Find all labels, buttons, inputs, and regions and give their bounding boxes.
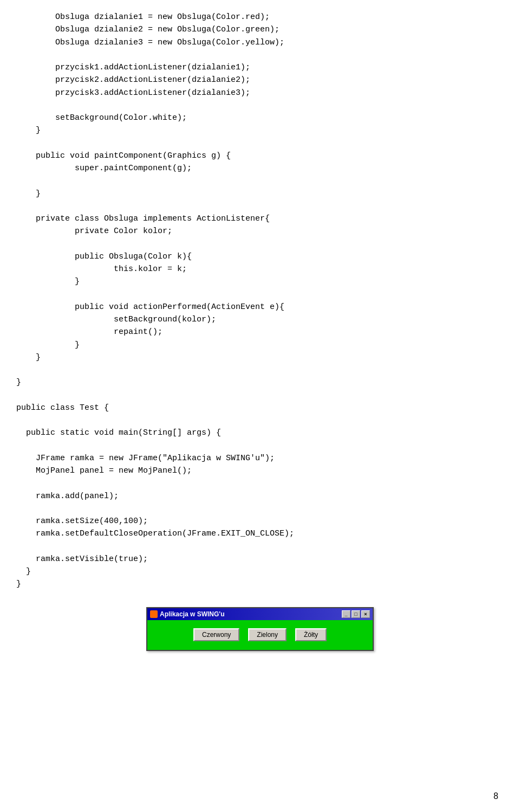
swing-titlebar-controls: _ □ ×: [342, 610, 370, 618]
zolty-button[interactable]: Żółty: [295, 628, 327, 641]
swing-title-text: Aplikacja w SWING'u: [160, 610, 225, 618]
close-button[interactable]: ×: [361, 610, 370, 618]
code-block: Obsluga dzialanie1 = new Obsluga(Color.r…: [0, 5, 520, 596]
swing-titlebar: Aplikacja w SWING'u _ □ ×: [147, 608, 373, 620]
zielony-button[interactable]: Zielony: [248, 628, 287, 641]
swing-app-icon: [150, 610, 158, 618]
page-number: 8: [493, 791, 498, 801]
swing-content: Czerwony Zielony Żółty: [147, 620, 373, 650]
swing-window: Aplikacja w SWING'u _ □ × Czerwony Zielo…: [146, 607, 374, 651]
swing-window-container: Aplikacja w SWING'u _ □ × Czerwony Zielo…: [0, 607, 520, 651]
maximize-button[interactable]: □: [352, 610, 360, 618]
page-container: Obsluga dzialanie1 = new Obsluga(Color.r…: [0, 0, 520, 812]
swing-titlebar-title: Aplikacja w SWING'u: [150, 610, 225, 618]
czerwony-button[interactable]: Czerwony: [193, 628, 239, 641]
minimize-button[interactable]: _: [342, 610, 350, 618]
